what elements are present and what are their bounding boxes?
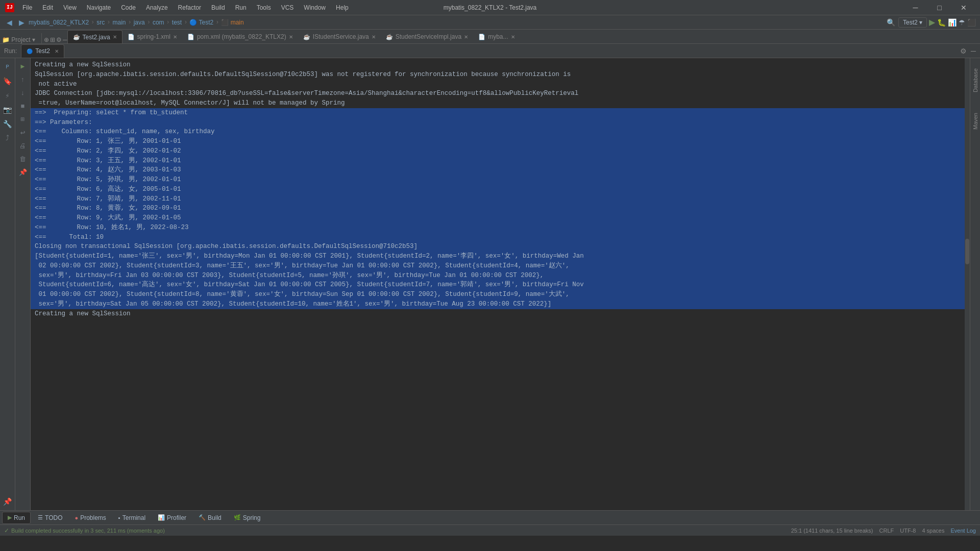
tab-test2-java[interactable]: ☕ Test2.java ✕ <box>67 30 122 43</box>
tab-studentimpl-label: StudentServiceImpl.java <box>396 33 461 40</box>
minimize-button[interactable]: ─ <box>904 1 927 15</box>
profile-button[interactable]: 📊 <box>948 18 957 27</box>
right-sidebar-maven[interactable]: Maven <box>972 113 978 130</box>
tab-istudent-close[interactable]: ✕ <box>372 34 376 40</box>
nav-back-button[interactable]: ◀ <box>4 17 14 28</box>
menu-edit[interactable]: Edit <box>38 3 57 12</box>
menu-code[interactable]: Code <box>117 3 140 12</box>
tab-test2-label: Test2.java <box>83 34 110 41</box>
sidebar-camera-btn[interactable]: 📷 <box>1 103 14 116</box>
nav-test2[interactable]: 🔵 Test2 <box>189 19 213 26</box>
nav-main-method[interactable]: ⬛ main <box>221 19 243 26</box>
menu-file[interactable]: File <box>18 3 36 12</box>
encoding[interactable]: UTF-8 <box>900 528 916 534</box>
right-sidebar-database[interactable]: Database <box>972 68 978 92</box>
bottom-tab-build[interactable]: 🔨 Build <box>193 512 227 524</box>
run-toolbar: ▶ ↑ ↓ ■ ⊞ ↩ 🖨 🗑 📌 <box>15 58 31 510</box>
spring-icon: 🌿 <box>234 514 241 521</box>
tab-pom-close[interactable]: ✕ <box>289 34 293 40</box>
tab-myba-close[interactable]: ✕ <box>511 34 515 40</box>
pin-tab-button[interactable]: 📌 <box>17 166 29 179</box>
collapse-btn[interactable]: ─ <box>63 36 67 43</box>
run-button[interactable]: ▶ <box>929 17 935 27</box>
maximize-button[interactable]: □ <box>928 1 951 15</box>
cursor-position[interactable]: 25:1 (1411 chars, 15 line breaks) <box>791 528 873 534</box>
nav-main[interactable]: main <box>112 19 126 26</box>
menu-vcs[interactable]: VCS <box>277 3 298 12</box>
tab-istudent[interactable]: ☕ IStudentService.java ✕ <box>298 30 381 43</box>
sidebar-project-btn[interactable]: P <box>1 60 14 73</box>
todo-icon: ☰ <box>38 514 43 521</box>
console-line: <== Row: 5, 孙琪, 男, 2002-01-01 <box>31 175 965 185</box>
menu-build[interactable]: Build <box>207 3 229 12</box>
tab-studentimpl[interactable]: ☕ StudentServiceImpl.java ✕ <box>381 30 473 43</box>
rerun-button[interactable]: ▶ <box>17 60 29 72</box>
new-file-btn[interactable]: ⊕ <box>44 36 49 43</box>
menu-run[interactable]: Run <box>231 3 251 12</box>
nav-forward-button[interactable]: ▶ <box>16 17 27 28</box>
bottom-tab-profiler[interactable]: 📊 Profiler <box>153 512 191 524</box>
nav-action-1[interactable]: 🔍 <box>886 17 896 28</box>
console-output[interactable]: Creating a new SqlSession SqlSession [or… <box>31 58 965 510</box>
sidebar-git-btn[interactable]: ⤴ <box>1 132 14 145</box>
scrollbar-thumb[interactable] <box>965 239 969 264</box>
stop-button[interactable]: ■ <box>17 100 29 112</box>
menu-help[interactable]: Help <box>332 3 353 12</box>
print-button[interactable]: 🖨 <box>17 140 29 152</box>
run-tab-close[interactable]: ✕ <box>55 48 59 54</box>
bottom-tab-run[interactable]: ▶ Run <box>2 512 31 524</box>
tab-myba[interactable]: 📄 myba... ✕ <box>473 30 520 43</box>
sidebar-pin-btn[interactable]: 📌 <box>1 495 14 508</box>
build-status-text: Build completed successfully in 3 sec, 2… <box>11 528 165 534</box>
close-button[interactable]: ✕ <box>952 1 975 15</box>
run-minimize-button[interactable]: ─ <box>971 47 976 55</box>
menu-window[interactable]: Window <box>300 3 330 12</box>
console-scrollbar[interactable] <box>965 58 970 510</box>
nav-java[interactable]: java <box>134 19 145 26</box>
wrap-lines-button[interactable]: ↩ <box>17 127 29 139</box>
nav-project[interactable]: mybatis_0822_KTLX2 <box>29 19 89 26</box>
menu-analyze[interactable]: Analyze <box>142 3 172 12</box>
indent-info[interactable]: 4 spaces <box>922 528 944 534</box>
scroll-up-button[interactable]: ↑ <box>17 73 29 86</box>
menu-navigate[interactable]: Navigate <box>83 3 115 12</box>
tab-pom-xml[interactable]: 📄 pom.xml (mybatis_0822_KTLX2) ✕ <box>182 30 298 43</box>
bottom-tab-problems[interactable]: ● Problems <box>69 512 111 524</box>
console-line: SqlSession [org.apache.ibatis.session.de… <box>31 70 965 89</box>
scroll-down-button[interactable]: ↓ <box>17 87 29 99</box>
tab-studentimpl-close[interactable]: ✕ <box>464 34 468 40</box>
event-log[interactable]: Event Log <box>950 528 976 534</box>
bottom-tab-terminal[interactable]: ▪ Terminal <box>113 512 151 524</box>
clear-button[interactable]: 🗑 <box>17 153 29 165</box>
tab-spring-close[interactable]: ✕ <box>173 34 177 40</box>
sidebar-structure-btn[interactable]: ⚡ <box>1 89 14 102</box>
status-left: ✓ Build completed successfully in 3 sec,… <box>4 527 165 534</box>
console-line: <== Row: 7, 郭靖, 男, 2002-11-01 <box>31 194 965 204</box>
run-config-dropdown[interactable]: Test2 ▾ <box>898 17 927 28</box>
run-tab-test2[interactable]: 🔵 Test2 ✕ <box>21 44 64 58</box>
coverage-button[interactable]: ☂ <box>959 18 965 27</box>
sidebar-gradle-btn[interactable]: 🔧 <box>1 117 14 131</box>
project-panel-label[interactable]: 📁 Project ▾ <box>2 36 35 43</box>
console-line: <== Row: 9, 大武, 男, 2002-01-05 <box>31 213 965 223</box>
bottom-tab-spring[interactable]: 🌿 Spring <box>229 512 266 524</box>
debug-button[interactable]: 🐛 <box>937 18 946 27</box>
tab-spring-icon: 📄 <box>128 34 135 40</box>
run-settings-button[interactable]: ⚙ <box>960 47 967 55</box>
nav-test[interactable]: test <box>172 19 182 26</box>
tab-test2-close[interactable]: ✕ <box>113 34 117 40</box>
menu-refactor[interactable]: Refactor <box>174 3 205 12</box>
filter-output-button[interactable]: ⊞ <box>17 113 29 126</box>
nav-src[interactable]: src <box>96 19 105 26</box>
bottom-tab-todo[interactable]: ☰ TODO <box>33 512 67 524</box>
settings-btn[interactable]: ⚙ <box>56 36 62 43</box>
stop-nav-button[interactable]: ⬛ <box>967 18 976 27</box>
tab-spring-xml[interactable]: 📄 spring-1.xml ✕ <box>122 30 182 43</box>
nav-com[interactable]: com <box>153 19 164 26</box>
menu-tools[interactable]: Tools <box>253 3 275 12</box>
menu-view[interactable]: View <box>59 3 81 12</box>
line-ending[interactable]: CRLF <box>879 528 894 534</box>
status-right: 25:1 (1411 chars, 15 line breaks) CRLF U… <box>791 528 976 534</box>
split-btn[interactable]: ⊞ <box>50 36 55 43</box>
sidebar-bookmark-btn[interactable]: 🔖 <box>1 74 14 88</box>
